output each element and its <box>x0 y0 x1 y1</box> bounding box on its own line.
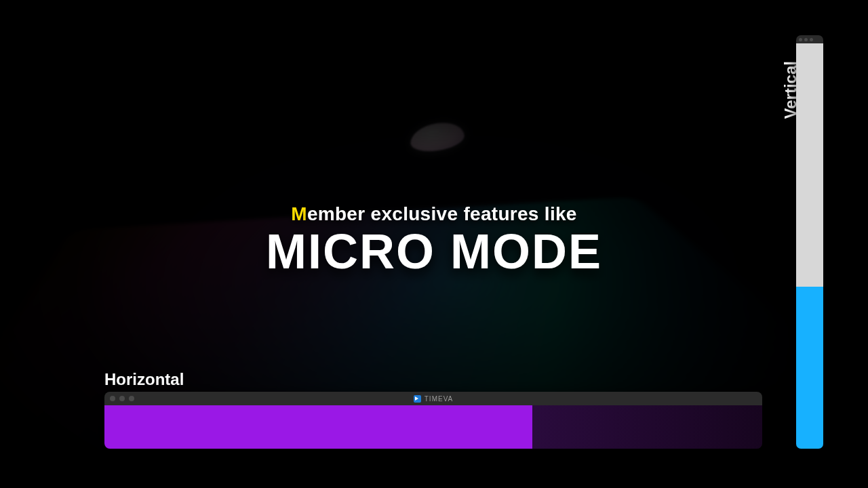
close-icon[interactable] <box>110 396 115 401</box>
maximize-icon[interactable] <box>810 38 813 41</box>
minimize-icon[interactable] <box>804 38 808 41</box>
traffic-lights[interactable] <box>110 396 134 401</box>
headline: Member exclusive features like MICRO MOD… <box>0 203 868 279</box>
vertical-progress-fill <box>796 287 823 449</box>
window-title: TIMEVA <box>414 395 453 403</box>
minimize-icon[interactable] <box>119 396 125 401</box>
vertical-progress-bar[interactable] <box>796 43 823 449</box>
horizontal-progress-bar[interactable] <box>104 405 762 449</box>
window-titlebar[interactable] <box>796 35 823 43</box>
horizontal-progress-fill <box>104 405 532 449</box>
headline-subtitle-rest: ember exclusive features like <box>307 203 577 224</box>
headline-subtitle-first-letter: M <box>291 203 307 224</box>
horizontal-label: Horizontal <box>104 370 184 389</box>
window-title-text: TIMEVA <box>425 395 453 403</box>
window-titlebar[interactable]: TIMEVA <box>104 392 762 405</box>
headline-title: MICRO MODE <box>0 224 868 279</box>
app-icon <box>414 395 421 403</box>
maximize-icon[interactable] <box>129 396 134 401</box>
close-icon[interactable] <box>799 38 802 41</box>
horizontal-progress-remaining <box>532 405 763 449</box>
vertical-micro-window[interactable] <box>796 35 823 449</box>
vertical-progress-remaining <box>796 43 823 287</box>
headline-subtitle: Member exclusive features like <box>0 203 868 225</box>
horizontal-micro-window[interactable]: TIMEVA <box>104 392 762 449</box>
